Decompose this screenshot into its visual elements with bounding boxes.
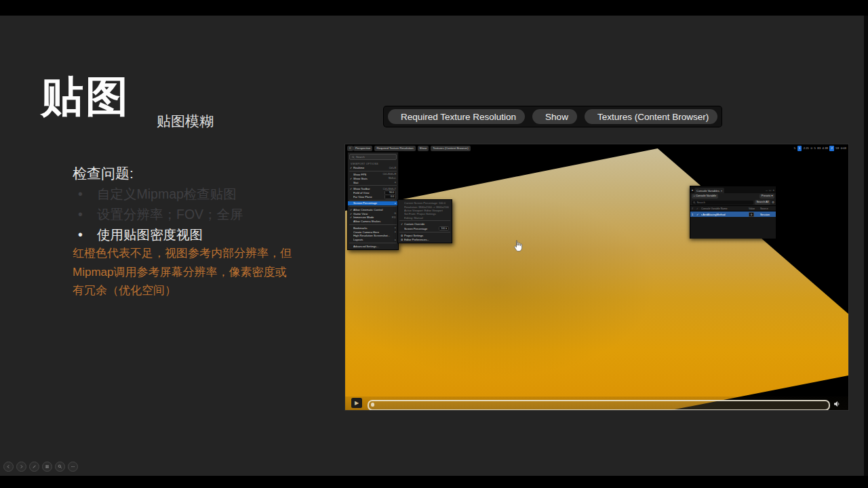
checklist: • 自定义Mipmap检查贴图 • 设置分辨率；FOV；全屏 • 使用贴图密度视… [73, 184, 357, 245]
submenu-row-label: Resolution: 3840x2160 -> 3840x2160 [404, 205, 449, 209]
menu-item[interactable] [349, 185, 397, 186]
menu-item[interactable]: Layouts ▸ [348, 238, 398, 242]
presets-button[interactable]: Presets ▾ [760, 194, 774, 199]
menu-item[interactable]: Bookmarks ▸ [348, 226, 398, 230]
menu-item-shortcut: Shift+L [389, 177, 396, 180]
window-button[interactable]: × [772, 188, 774, 192]
menu-item[interactable] [349, 200, 397, 201]
menu-item[interactable]: ✓ Allow Cinematic Control [348, 208, 398, 212]
pill-button[interactable]: Required Texture Resolution [388, 109, 525, 124]
menu-item[interactable]: Create Camera Here ▸ [348, 230, 398, 234]
submenu-row[interactable]: Editing: Manual [398, 216, 452, 220]
stat-value: 2.21 [804, 146, 809, 151]
next-slide-button[interactable] [16, 462, 26, 472]
cvar-value-input[interactable]: 0 [749, 212, 754, 217]
previous-slide-button[interactable] [3, 462, 14, 472]
menu-item[interactable]: Stat ▸ [348, 180, 398, 184]
magnifier-icon [58, 464, 62, 469]
submenu-row[interactable]: Current Screen Percentage: 100.0 [398, 201, 452, 205]
highlight-pill-bar: Required Texture Resolution Show Texture… [384, 106, 722, 127]
window-button[interactable]: □ [769, 188, 771, 192]
column-num[interactable]: # [692, 207, 695, 210]
bullet-icon: • [78, 186, 97, 202]
chevron-right-icon [19, 464, 24, 469]
menu-item-label: Realtime [353, 166, 389, 169]
more-options-button[interactable] [68, 462, 78, 472]
menu-item[interactable] [349, 224, 397, 225]
window-button[interactable]: – [766, 188, 767, 192]
seek-progress[interactable] [371, 403, 374, 407]
submenu-row-label: Active Viewport: Editor Viewport [404, 209, 449, 212]
row-num: 1 [692, 213, 695, 216]
submenu-row[interactable]: Set From: Project Settings [398, 212, 452, 216]
submenu-row[interactable]: ⚙ Project Settings [398, 233, 452, 237]
stat-value: 59 [835, 146, 839, 151]
menu-item[interactable]: ✓ Game View G [348, 211, 398, 216]
add-console-variable-button[interactable]: + Console Variable [692, 194, 718, 199]
play-button[interactable]: ▶ [351, 398, 362, 408]
letterbox-bottom [0, 476, 868, 488]
menu-item[interactable]: High Resolution Screenshot... [348, 234, 398, 238]
pill-label: Required Texture Resolution [401, 112, 516, 122]
viewport-toolbar-pill[interactable]: Required Texture Resolution [374, 146, 415, 151]
presentation-slide: 贴图 贴图模糊 检查问题: • 自定义Mipmap检查贴图 • 设置分辨率；FO… [0, 0, 868, 488]
seek-bar[interactable] [368, 400, 830, 411]
menu-item[interactable]: Screen Percentage ▸ [348, 201, 398, 205]
viewport-toolbar-pill[interactable]: Textures (Content Browser) [431, 146, 470, 151]
tab-close-icon[interactable]: × [721, 189, 722, 192]
column-name[interactable]: Console Variable Name [701, 207, 747, 210]
console-tab[interactable]: Console Variables × [694, 188, 724, 193]
pill-button[interactable]: Show [532, 109, 577, 124]
all-slides-button[interactable] [42, 462, 52, 472]
column-check[interactable]: ✓ [696, 207, 700, 210]
submenu-row[interactable] [399, 220, 450, 221]
viewport-toolbar-pill[interactable]: Perspective [353, 146, 372, 151]
pill-button[interactable]: Textures (Content Browser) [585, 109, 717, 124]
page-title: 贴图 [41, 68, 130, 126]
console-titlebar[interactable]: ▾ Console Variables × –□× [690, 186, 776, 193]
column-source[interactable]: Source [760, 207, 774, 210]
menu-item-shortcut: G [394, 212, 396, 215]
submenu-row-label: Current Screen Percentage: 100.0 [404, 201, 449, 205]
menu-item-label: Immersive Mode [353, 216, 392, 219]
submenu-row[interactable]: Screen Percentage 100 ▾ [398, 226, 452, 231]
menu-search-input[interactable]: Search [349, 154, 397, 160]
console-tab-title: Console Variables [696, 189, 719, 192]
submenu-row[interactable]: Resolution: 3840x2160 -> 3840x2160 [398, 205, 452, 208]
console-search-input[interactable]: Search [692, 201, 753, 205]
pen-tool-button[interactable] [29, 462, 39, 472]
column-value[interactable]: Value [749, 207, 759, 210]
gear-icon[interactable]: ⚙ [772, 201, 774, 204]
embedded-video[interactable]: ≡ PerspectiveRequired Texture Resolution… [344, 144, 849, 411]
menu-item[interactable]: ✓ Realtime Ctrl+R [348, 166, 398, 170]
ellipsis-icon [71, 464, 75, 469]
menu-item[interactable] [349, 206, 397, 207]
search-all-button[interactable]: Search All [755, 200, 770, 205]
menu-item[interactable]: ✓ Immersive Mode F11 [348, 216, 398, 220]
menu-item[interactable]: Far View Plane 0.0 [348, 195, 398, 199]
menu-item[interactable]: Allow Camera Shakes [348, 220, 398, 224]
menu-item[interactable] [349, 243, 397, 243]
search-placeholder: Search [356, 155, 365, 159]
submenu-row[interactable] [399, 232, 450, 232]
hamburger-menu-icon[interactable]: ≡ [347, 146, 353, 151]
viewport-toolbar: ≡ [347, 146, 353, 151]
console-variables-window: ▾ Console Variables × –□× + Console Vari… [690, 186, 776, 239]
console-variable-row[interactable]: 1 ✓ r.AntiAliasingMethod 0 Session [690, 211, 776, 217]
submenu-row[interactable]: ⚙ Editor Preferences... [398, 237, 452, 241]
submenu-row[interactable]: ✓ Custom Override [398, 222, 452, 226]
row-checkbox[interactable]: ✓ [696, 213, 700, 216]
viewport-toolbar-pill[interactable]: Show [418, 146, 429, 151]
volume-icon[interactable] [833, 400, 841, 408]
menu-item-label: Advanced Settings... [353, 245, 396, 248]
menu-item-shortcut: Ctrl+Shift+T [383, 188, 396, 190]
menu-item[interactable] [349, 171, 397, 171]
menu-section-label: VIEWPORT OPTIONS [348, 161, 398, 166]
stat-value: 1 [797, 146, 802, 151]
submenu-row[interactable]: Active Viewport: Editor Viewport [398, 209, 452, 212]
menu-item[interactable]: Advanced Settings... [348, 244, 398, 248]
stat-value: 83 [817, 146, 821, 151]
stat-value: 5 [794, 146, 795, 151]
zoom-slide-button[interactable] [55, 462, 65, 472]
console-search-row: Search Search All ⚙ [690, 199, 776, 205]
